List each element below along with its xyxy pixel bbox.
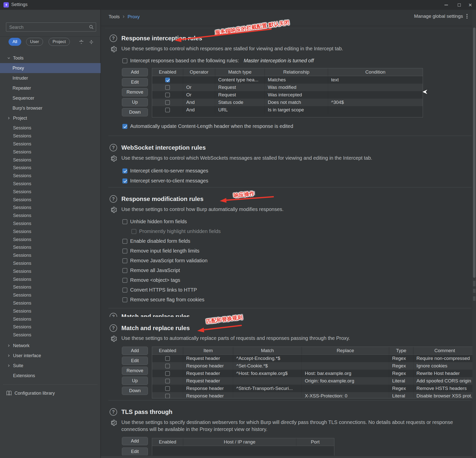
search-box[interactable] (6, 23, 96, 32)
checkbox[interactable] (165, 379, 170, 383)
minimize-button[interactable] (440, 0, 453, 10)
gear-icon[interactable] (109, 335, 117, 343)
sidebar-item-sessions[interactable]: Sessions (0, 188, 101, 196)
remove-button[interactable]: Remove (122, 367, 148, 375)
edit-button[interactable]: Edit (122, 447, 148, 456)
checkbox[interactable] (122, 249, 127, 254)
checkbox[interactable] (131, 229, 136, 234)
sidebar-item-sessions[interactable]: Sessions (0, 124, 101, 132)
table-row[interactable]: Response header ^Strict\-Transport\-Secu… (152, 385, 476, 392)
sidebar-item-extensions[interactable]: Extensions (0, 371, 101, 381)
manage-global-settings[interactable]: Manage global settings (414, 14, 467, 19)
table-row[interactable]: Request header ^Accept-Encoding.*$ Regex… (152, 355, 476, 362)
checkbox[interactable] (122, 58, 127, 63)
edit-button[interactable]: Edit (122, 357, 148, 365)
sidebar-item-user-interface[interactable]: User interface (0, 351, 101, 361)
sidebar-item-repeater[interactable]: Repeater (0, 83, 101, 93)
maximize-button[interactable] (453, 0, 466, 10)
sidebar-item-configuration-library[interactable]: Configuration library (0, 388, 101, 398)
checkbox[interactable] (122, 297, 127, 302)
breadcrumb-proxy[interactable]: Proxy (128, 14, 140, 19)
checkbox[interactable] (165, 93, 170, 97)
gear-icon[interactable] (109, 154, 117, 162)
table-row[interactable]: Request header ^Host: foo.example.org$ H… (152, 370, 476, 377)
sidebar-item-sessions[interactable]: Sessions (0, 212, 101, 220)
sidebar-item-sessions[interactable]: Sessions (0, 299, 101, 307)
sidebar-item-suite[interactable]: Suite (0, 361, 101, 371)
table-row[interactable]: Or Request Was intercepted (152, 91, 423, 99)
table-row[interactable]: Response header ^Set-Cookie.*$ Regex Ign… (152, 362, 476, 370)
up-button[interactable]: Up (122, 98, 148, 106)
checkbox[interactable] (122, 288, 127, 293)
table-row[interactable]: Or Request Was modified (152, 84, 423, 91)
checkbox[interactable] (122, 239, 127, 244)
sidebar-item-sessions[interactable]: Sessions (0, 307, 101, 315)
gear-icon[interactable] (109, 45, 117, 53)
help-icon[interactable]: ? (110, 35, 117, 42)
sidebar-item-sessions[interactable]: Sessions (0, 227, 101, 236)
scrollbar-thumb[interactable] (473, 28, 475, 278)
table-row[interactable]: And URL Is in target scope (152, 106, 423, 114)
kebab-menu-icon[interactable] (466, 14, 467, 19)
sidebar-item-sessions[interactable]: Sessions (0, 172, 101, 180)
sidebar-item-sessions[interactable]: Sessions (0, 180, 101, 188)
help-icon[interactable]: ? (110, 144, 117, 151)
checkbox[interactable] (122, 258, 127, 263)
help-icon[interactable]: ? (110, 408, 117, 416)
sidebar-item-network[interactable]: Network (0, 341, 101, 351)
table-row[interactable]: Request header Origin: foo.example.org L… (152, 377, 476, 385)
checkbox[interactable] (165, 78, 170, 82)
expand-all-icon[interactable] (78, 39, 85, 45)
down-button[interactable]: Down (122, 387, 148, 395)
sidebar-item-sessions[interactable]: Sessions (0, 291, 101, 299)
checkbox[interactable] (122, 278, 127, 283)
gear-icon[interactable] (109, 206, 117, 214)
table-row[interactable]: Response header X-XSS-Protection: 0 Lite… (152, 392, 476, 398)
checkbox[interactable] (165, 100, 170, 105)
sidebar-item-sessions[interactable]: Sessions (0, 164, 101, 172)
filter-project[interactable]: Project (49, 38, 70, 46)
sidebar-item-sessions[interactable]: Sessions (0, 267, 101, 275)
table-row[interactable]: And Status code Does not match ^304$ (152, 99, 423, 106)
checkbox[interactable] (165, 386, 170, 391)
checkbox[interactable] (165, 394, 170, 398)
checkbox[interactable] (165, 364, 170, 368)
checkbox[interactable] (122, 124, 127, 129)
sidebar-item-burps-browser[interactable]: Burp's browser (0, 103, 101, 113)
sidebar-item-tools[interactable]: Tools (0, 53, 101, 63)
sidebar-item-sessions[interactable]: Sessions (0, 156, 101, 164)
checkbox[interactable] (122, 219, 127, 224)
sidebar-item-sessions[interactable]: Sessions (0, 331, 101, 339)
sidebar-item-sessions[interactable]: Sessions (0, 148, 101, 156)
sidebar-item-sessions[interactable]: Sessions (0, 196, 101, 204)
sidebar-item-sessions[interactable]: Sessions (0, 323, 101, 331)
filter-user[interactable]: User (26, 38, 43, 46)
sidebar-item-sessions[interactable]: Sessions (0, 275, 101, 283)
checkbox[interactable] (165, 371, 170, 376)
gear-icon[interactable] (109, 419, 117, 427)
checkbox[interactable] (165, 108, 170, 112)
sidebar-item-sessions[interactable]: Sessions (0, 260, 101, 268)
sidebar-item-sessions[interactable]: Sessions (0, 140, 101, 148)
breadcrumb-tools[interactable]: Tools (109, 14, 120, 19)
edit-button[interactable]: Edit (122, 78, 148, 86)
help-icon[interactable]: ? (110, 195, 117, 203)
add-button[interactable]: Add (122, 68, 148, 76)
table-row[interactable]: Content type hea... Matches text (152, 76, 423, 84)
sidebar-item-sessions[interactable]: Sessions (0, 236, 101, 244)
sidebar-item-sequencer[interactable]: Sequencer (0, 93, 101, 103)
checkbox[interactable] (122, 168, 127, 173)
search-input[interactable] (9, 24, 87, 31)
sidebar-item-sessions[interactable]: Sessions (0, 244, 101, 252)
up-button[interactable]: Up (122, 377, 148, 385)
sidebar-item-sessions[interactable]: Sessions (0, 252, 101, 260)
remove-button[interactable]: Remove (122, 88, 148, 96)
sidebar-item-intruder[interactable]: Intruder (0, 73, 101, 83)
sidebar-item-sessions[interactable]: Sessions (0, 132, 101, 140)
add-button[interactable]: Add (122, 347, 148, 355)
checkbox[interactable] (122, 178, 127, 183)
sidebar-item-sessions[interactable]: Sessions (0, 204, 101, 212)
add-button[interactable]: Add (122, 437, 148, 445)
checkbox[interactable] (165, 85, 170, 90)
filter-all[interactable]: All (9, 38, 21, 46)
